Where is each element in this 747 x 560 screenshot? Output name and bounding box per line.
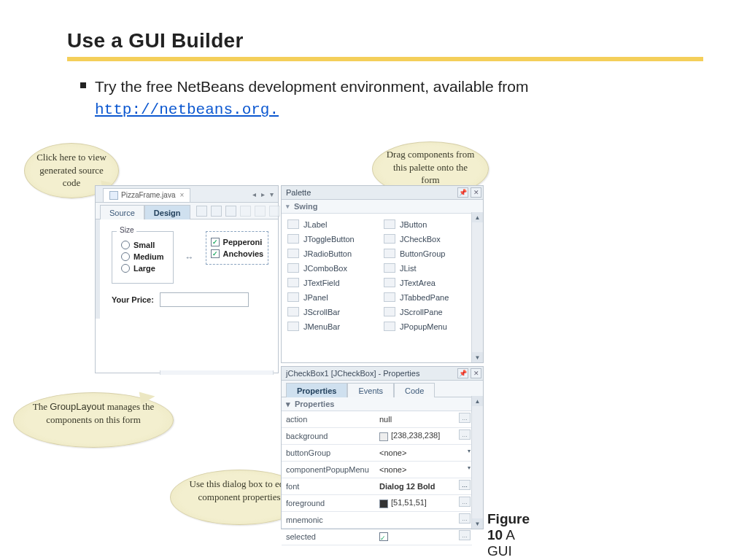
figure-caption: Figure 10 A GUI Builder <box>487 511 530 560</box>
palette-item[interactable]: JTextField <box>287 276 384 289</box>
property-value[interactable]: … <box>375 529 472 545</box>
palette-item[interactable]: JScrollBar <box>287 306 384 318</box>
palette-item-label: JComboBox <box>303 264 347 273</box>
palette-item[interactable]: JTextArea <box>384 276 480 289</box>
scrollbar[interactable]: ▲ ▼ <box>471 212 483 362</box>
radio-medium[interactable]: Medium <box>121 252 164 261</box>
toolbar-icon[interactable] <box>269 206 280 217</box>
tab-source[interactable]: Source <box>100 205 144 219</box>
component-icon <box>287 263 299 273</box>
toolbar-icon[interactable] <box>255 206 266 217</box>
property-row[interactable]: mnemonic… <box>282 512 472 529</box>
tab-design[interactable]: Design <box>144 205 190 219</box>
property-row[interactable]: actionnull… <box>282 411 472 428</box>
price-input[interactable] <box>160 292 249 307</box>
palette-item[interactable]: JComboBox <box>287 262 384 274</box>
radio-large[interactable]: Large <box>121 264 164 273</box>
title-rule <box>67 57 703 61</box>
netbeans-link[interactable]: http://netbeans.org. <box>95 101 279 118</box>
file-tab-label: PizzaFrame.java <box>121 191 175 199</box>
ellipsis-button[interactable]: … <box>459 497 471 507</box>
checkbox-icon[interactable] <box>379 532 388 541</box>
toolbar-icon[interactable] <box>211 206 222 217</box>
tab-events[interactable]: Events <box>347 383 394 397</box>
property-row[interactable]: buttonGroup<none>▾ <box>282 445 472 462</box>
callout-text: The <box>33 401 50 412</box>
palette-item[interactable]: JButton <box>384 218 480 230</box>
pin-icon[interactable]: 📌 <box>457 187 468 198</box>
toolbar-icon[interactable] <box>225 206 236 217</box>
property-row[interactable]: background[238,238,238]… <box>282 428 472 445</box>
checkbox-icon <box>211 249 220 258</box>
property-key: background <box>282 428 375 445</box>
scroll-up-icon[interactable]: ▲ <box>472 212 483 222</box>
properties-section[interactable]: ▾ Properties <box>282 397 483 411</box>
file-tab-pizzaframe[interactable]: PizzaFrame.java × <box>103 188 190 202</box>
scrollbar[interactable]: ▲ ▼ <box>471 396 483 529</box>
tab-code[interactable]: Code <box>394 383 435 397</box>
property-row[interactable]: foreground[51,51,51]… <box>282 495 472 512</box>
close-icon[interactable]: × <box>179 191 184 199</box>
scroll-down-icon[interactable]: ▼ <box>472 352 483 362</box>
component-icon <box>287 278 299 287</box>
palette-item-label: JTabbedPane <box>400 293 449 302</box>
property-value[interactable]: <none>▾ <box>375 462 472 478</box>
property-value-text: null <box>379 415 392 424</box>
palette-item[interactable]: JTabbedPane <box>384 291 480 303</box>
palette-item[interactable]: JPanel <box>287 291 384 303</box>
radio-small[interactable]: Small <box>121 241 164 249</box>
palette-item-label: ButtonGroup <box>400 249 445 258</box>
checkbox-pepperoni[interactable]: Pepperoni <box>211 238 264 246</box>
palette-item[interactable]: JPopupMenu <box>384 320 480 332</box>
component-icon <box>384 249 395 258</box>
design-canvas[interactable]: Size Small Medium Large ↔ Pepperoni Anch… <box>96 219 278 319</box>
property-key: componentPopupMenu <box>282 462 375 478</box>
palette-item[interactable]: JScrollPane <box>384 306 480 318</box>
component-icon <box>287 219 299 229</box>
palette-item[interactable]: JCheckBox <box>384 233 480 245</box>
scroll-down-icon[interactable]: ▼ <box>472 518 483 529</box>
tab-properties[interactable]: Properties <box>286 383 347 397</box>
property-value[interactable]: [238,238,238]… <box>375 428 472 445</box>
checkbox-anchovies[interactable]: Anchovies <box>211 249 264 258</box>
property-row[interactable]: selected… <box>282 529 472 545</box>
property-value[interactable]: Dialog 12 Bold… <box>375 478 472 495</box>
checkbox-group: Pepperoni Anchovies <box>206 231 269 265</box>
property-value[interactable]: … <box>375 512 472 529</box>
ellipsis-button[interactable]: … <box>459 480 471 490</box>
pin-icon[interactable]: 📌 <box>457 368 468 378</box>
chevron-down-icon: ▾ <box>286 203 290 210</box>
ellipsis-button[interactable]: … <box>459 513 471 524</box>
ellipsis-button[interactable]: … <box>459 530 471 540</box>
ellipsis-button[interactable]: … <box>459 413 471 423</box>
tab-nav-arrows[interactable]: ◂ ▸ ▾ <box>252 190 275 198</box>
property-value[interactable]: null… <box>375 411 472 428</box>
close-icon[interactable]: ✕ <box>471 368 481 378</box>
property-value[interactable]: [51,51,51]… <box>375 495 472 512</box>
palette-item[interactable]: JList <box>384 262 480 274</box>
palette-item[interactable]: JMenuBar <box>287 320 384 332</box>
property-row[interactable]: fontDialog 12 Bold… <box>282 478 472 495</box>
palette-item[interactable]: ButtonGroup <box>384 247 480 260</box>
fieldset-legend: Size <box>117 226 136 234</box>
palette-item[interactable]: JToggleButton <box>287 233 384 245</box>
palette-section-swing[interactable]: ▾ Swing <box>282 200 483 214</box>
palette-item[interactable]: JRadioButton <box>287 247 384 260</box>
toolbar-icon[interactable] <box>240 206 251 217</box>
property-row[interactable]: componentPopupMenu<none>▾ <box>282 462 472 478</box>
palette-item[interactable]: JLabel <box>287 218 384 230</box>
editor-mode-tabs: Source Design <box>96 203 278 219</box>
chevron-down-icon[interactable]: ▾ <box>468 464 471 471</box>
palette-item-label: JTextArea <box>400 279 436 287</box>
property-key: buttonGroup <box>282 445 375 462</box>
ellipsis-button[interactable]: … <box>459 429 471 440</box>
resize-handle[interactable] <box>160 370 274 375</box>
property-value[interactable]: <none>▾ <box>375 445 472 462</box>
toolbar-icon[interactable] <box>196 206 207 217</box>
chevron-down-icon[interactable]: ▾ <box>468 448 471 454</box>
price-label: Your Price: <box>112 295 154 304</box>
palette-item-label: JCheckBox <box>400 235 441 244</box>
close-icon[interactable]: ✕ <box>471 187 481 198</box>
properties-pane: jCheckBox1 [JCheckBox] - Properties 📌 ✕ … <box>281 366 484 529</box>
scroll-up-icon[interactable]: ▲ <box>472 396 483 406</box>
